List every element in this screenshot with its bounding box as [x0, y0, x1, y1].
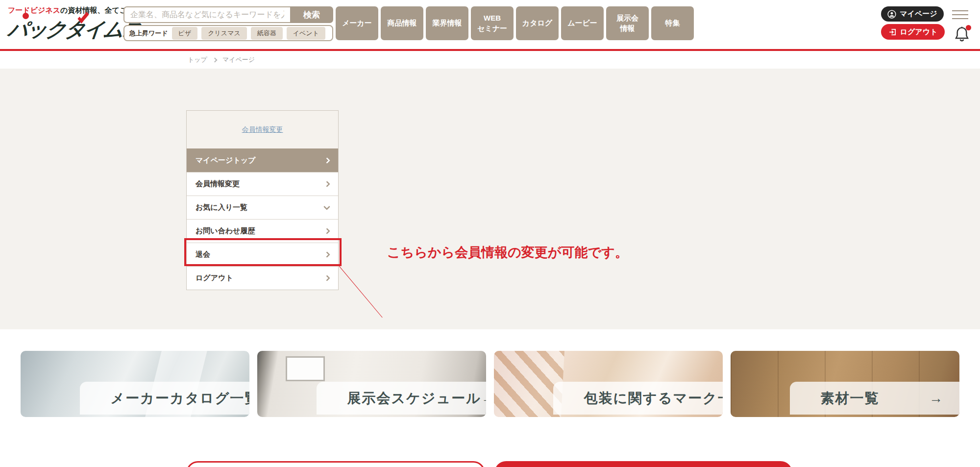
chevron-right-icon — [324, 181, 330, 187]
mypage-button[interactable]: マイページ — [881, 6, 944, 22]
logo-text: パックタイムス — [6, 16, 122, 43]
nav-movie[interactable]: ムービー — [561, 6, 604, 40]
notification-bell-icon[interactable] — [954, 25, 971, 43]
banner-maker-catalog-list[interactable]: メーカーカタログ一覧 → — [21, 351, 249, 417]
nav-product-info[interactable]: 商品情報 — [381, 6, 423, 40]
header-divider — [0, 49, 980, 51]
menu-item-label: ログアウト — [196, 273, 233, 283]
arrow-right-icon: → — [929, 391, 943, 406]
logout-button-label: ログアウト — [900, 27, 938, 37]
chevron-right-icon — [324, 228, 330, 234]
nav-catalog[interactable]: カタログ — [516, 6, 559, 40]
banner-exhibition-schedule[interactable]: 展示会スケジュール → — [257, 351, 486, 417]
chevron-down-icon — [323, 203, 330, 210]
site-header: フードビジネスの資材情報、全てここに パックタイムス 検索 急上昇ワード ピザ … — [0, 0, 980, 49]
chevron-right-icon — [324, 251, 330, 258]
nav-web-seminar[interactable]: WEB セミナー — [471, 6, 514, 40]
menu-item-member-info-change[interactable]: 会員情報変更 — [187, 172, 338, 196]
trending-tag-event[interactable]: イベント — [287, 27, 325, 40]
chevron-right-icon — [324, 275, 330, 281]
nav-feature[interactable]: 特集 — [651, 6, 694, 40]
menu-item-label: マイページトップ — [196, 156, 255, 165]
banner-overlay: メーカーカタログ一覧 → — [80, 382, 249, 415]
annotation-connector-line — [339, 266, 382, 318]
mypage-menu-header: 会員情報変更 — [187, 111, 338, 148]
breadcrumb-chevron-icon — [212, 57, 217, 62]
search-button[interactable]: 検索 — [290, 6, 333, 23]
person-icon — [887, 10, 896, 19]
nav-industry-info[interactable]: 業界情報 — [426, 6, 468, 40]
nav-exhibition-info[interactable]: 展示会 情報 — [606, 6, 649, 40]
nav-maker[interactable]: メーカー — [336, 6, 378, 40]
page: フードビジネスの資材情報、全てここに パックタイムス 検索 急上昇ワード ピザ … — [0, 0, 980, 467]
notification-dot — [966, 25, 971, 30]
breadcrumb: トップ マイページ — [188, 51, 255, 69]
chevron-right-icon — [324, 157, 330, 164]
hamburger-bar — [952, 10, 968, 11]
mypage-button-label: マイページ — [900, 9, 937, 19]
banner-label: 包装に関するマーク一覧 — [584, 389, 723, 408]
trending-keywords-box: 急上昇ワード ピザ クリスマス 紙容器 イベント — [123, 25, 333, 41]
banner-label: 展示会スケジュール — [347, 389, 481, 408]
menu-item-label: 退会 — [196, 250, 210, 259]
hamburger-bar — [952, 18, 968, 19]
menu-item-withdraw[interactable]: 退会 — [187, 243, 338, 266]
site-logo[interactable]: フードビジネスの資材情報、全てここに パックタイムス — [8, 6, 121, 43]
annotation-text: こちらから会員情報の変更が可能です。 — [387, 244, 628, 261]
menu-item-label: 会員情報変更 — [196, 179, 240, 189]
arrow-right-icon: → — [481, 391, 486, 406]
menu-item-mypage-top[interactable]: マイページトップ — [187, 148, 338, 172]
hamburger-menu-icon[interactable] — [952, 10, 968, 20]
menu-item-logout[interactable]: ログアウト — [187, 266, 338, 290]
hamburger-bar — [952, 14, 968, 15]
bottom-outline-button-partial[interactable] — [186, 461, 485, 467]
search-input[interactable] — [123, 6, 290, 23]
mypage-menu: 会員情報変更 マイページトップ 会員情報変更 お気に入り一覧 お問い合わせ履歴 … — [186, 110, 339, 290]
banner-label: 素材一覧 — [820, 389, 879, 408]
banner-overlay: 包装に関するマーク一覧 → — [553, 382, 723, 415]
main-nav: メーカー 商品情報 業界情報 WEB セミナー カタログ ムービー 展示会 情報… — [336, 6, 694, 40]
main-section: 会員情報変更 マイページトップ 会員情報変更 お気に入り一覧 お問い合わせ履歴 … — [0, 69, 980, 329]
breadcrumb-mypage: マイページ — [222, 55, 255, 64]
banner-links: メーカーカタログ一覧 → 展示会スケジュール → 包装に関するマーク一覧 → 素… — [21, 351, 959, 417]
logo-tagline-highlight: フードビジネス — [8, 6, 60, 14]
banner-overlay: 展示会スケジュール → — [317, 382, 486, 415]
menu-item-favorites[interactable]: お気に入り一覧 — [187, 196, 338, 219]
logo-red-dot-icon — [23, 13, 29, 19]
menu-item-label: お気に入り一覧 — [196, 203, 247, 212]
bottom-red-button-partial[interactable] — [494, 461, 792, 467]
banner-label: メーカーカタログ一覧 — [110, 389, 249, 408]
trending-tag-paper-container[interactable]: 紙容器 — [251, 27, 283, 40]
logout-icon — [888, 28, 897, 36]
trending-tag-christmas[interactable]: クリスマス — [201, 27, 247, 40]
trending-label: 急上昇ワード — [129, 29, 168, 38]
member-info-change-link[interactable]: 会員情報変更 — [242, 125, 283, 134]
banner-packaging-marks-list[interactable]: 包装に関するマーク一覧 → — [494, 351, 723, 417]
banner-materials-list[interactable]: 素材一覧 → — [731, 351, 959, 417]
trending-tag-pizza[interactable]: ピザ — [172, 27, 198, 40]
banner-overlay: 素材一覧 → — [790, 382, 959, 415]
logout-button[interactable]: ログアウト — [881, 24, 945, 40]
menu-item-inquiry-history[interactable]: お問い合わせ履歴 — [187, 219, 338, 243]
menu-item-label: お問い合わせ履歴 — [196, 226, 255, 236]
breadcrumb-top[interactable]: トップ — [188, 55, 207, 64]
